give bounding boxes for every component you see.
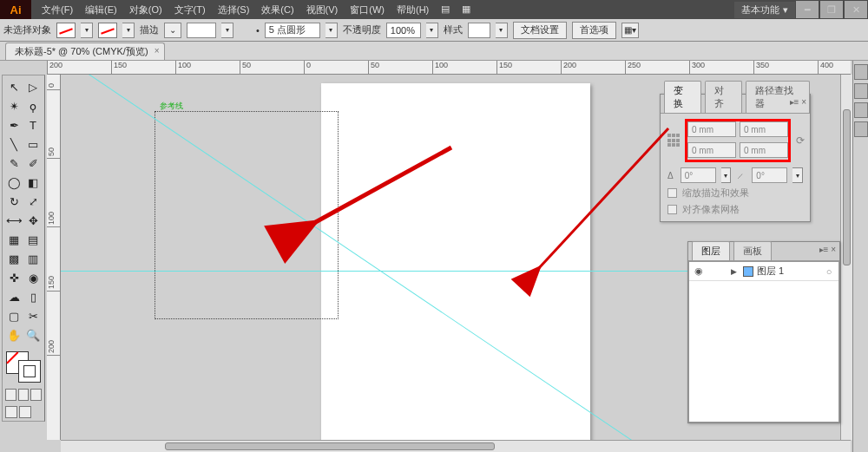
- rotate-menu[interactable]: ▾: [721, 167, 732, 183]
- mode-color[interactable]: [5, 389, 16, 401]
- expand-icon[interactable]: ▶: [727, 267, 740, 276]
- stroke-weight-down[interactable]: ⌄: [164, 23, 181, 38]
- layer-row[interactable]: ◉ ▶ 图层 1 ○: [689, 262, 838, 281]
- close-icon[interactable]: ×: [155, 46, 160, 56]
- tool-symbol[interactable]: ☁: [4, 287, 23, 306]
- w-input[interactable]: 0 mm: [740, 121, 788, 137]
- document-setup-button[interactable]: 文档设置: [513, 22, 567, 39]
- style-menu[interactable]: ▾: [496, 23, 508, 38]
- layer-name[interactable]: 图层 1: [757, 265, 819, 278]
- scroll-thumb[interactable]: [165, 442, 495, 450]
- menu-edit[interactable]: 编辑(E): [80, 1, 122, 19]
- fill-swatch[interactable]: [56, 23, 76, 38]
- tool-hand[interactable]: ✋: [4, 325, 23, 344]
- y-input[interactable]: 0 mm: [687, 142, 736, 158]
- close-button[interactable]: ✕: [845, 1, 867, 18]
- scrollbar-horizontal[interactable]: [61, 440, 851, 452]
- tool-persp[interactable]: ▤: [23, 230, 43, 249]
- tool-type[interactable]: T: [23, 115, 43, 134]
- dock-icon[interactable]: [854, 121, 868, 137]
- tool-line[interactable]: ╲: [4, 134, 23, 154]
- fill-stroke-indicator[interactable]: [4, 350, 43, 384]
- stroke-swatch-menu[interactable]: ▾: [122, 23, 135, 38]
- brush-input[interactable]: 5 点圆形: [265, 23, 320, 38]
- tool-blend[interactable]: ◉: [23, 268, 43, 287]
- tool-eyedrop[interactable]: ✜: [4, 268, 23, 287]
- shear-input[interactable]: 0°: [752, 167, 787, 183]
- tool-width[interactable]: ⟷: [4, 211, 23, 230]
- align-pixel-check[interactable]: 对齐像素网格: [667, 203, 803, 216]
- tool-blob[interactable]: ◯: [4, 173, 23, 192]
- ruler-vertical[interactable]: 0 50 100 150 200: [47, 75, 61, 440]
- tool-rect[interactable]: ▭: [23, 134, 43, 154]
- menu-help[interactable]: 帮助(H): [391, 1, 434, 19]
- stroke-weight-menu[interactable]: ▾: [221, 23, 233, 38]
- tool-selection[interactable]: ↖: [4, 77, 23, 96]
- ruler-horizontal[interactable]: 200 150 100 50 0 50 100 150 200 250 300 …: [47, 61, 851, 75]
- menu-effect[interactable]: 效果(C): [256, 1, 299, 19]
- tool-pen[interactable]: ✒: [4, 115, 23, 134]
- tool-direct[interactable]: ▷: [23, 77, 43, 96]
- tool-artboard[interactable]: ▢: [4, 306, 23, 325]
- doc-tab-active[interactable]: 未标题-5* @ 70% (CMYK/预览) ×: [5, 43, 165, 60]
- tab-align[interactable]: 对齐: [705, 81, 742, 113]
- dock-icon[interactable]: [854, 83, 868, 99]
- preferences-button[interactable]: 首选项: [572, 22, 616, 39]
- fill-swatch-menu[interactable]: ▾: [81, 23, 93, 38]
- menu-view[interactable]: 视图(V): [301, 1, 344, 19]
- target-icon[interactable]: ○: [819, 266, 838, 277]
- tool-gradient[interactable]: ▥: [23, 249, 43, 268]
- rotate-input[interactable]: 0°: [681, 167, 716, 183]
- stroke-weight-input[interactable]: [187, 23, 216, 38]
- screen-full[interactable]: [19, 406, 31, 418]
- tab-artboards[interactable]: 画板: [733, 241, 772, 260]
- menu-select[interactable]: 选择(S): [213, 1, 255, 19]
- tab-transform[interactable]: 变换: [664, 81, 701, 113]
- screen-normal[interactable]: [5, 406, 17, 418]
- shear-menu[interactable]: ▾: [792, 167, 803, 183]
- reference-point-grid[interactable]: [667, 134, 680, 147]
- tool-shape[interactable]: ▦: [4, 230, 23, 249]
- dock-icon[interactable]: [854, 102, 868, 118]
- mode-none[interactable]: [30, 389, 42, 401]
- scrollbar-vertical[interactable]: [840, 75, 852, 440]
- menu-file[interactable]: 文件(F): [36, 1, 78, 19]
- workspace-switcher[interactable]: 基本功能▾: [734, 2, 795, 18]
- mode-gradient[interactable]: [18, 389, 30, 401]
- tool-eraser[interactable]: ◧: [23, 173, 43, 192]
- brush-menu[interactable]: ▾: [326, 23, 338, 38]
- maximize-button[interactable]: ❐: [820, 1, 843, 18]
- scroll-thumb[interactable]: [843, 109, 851, 265]
- tool-lasso[interactable]: ϙ: [23, 96, 43, 115]
- tool-wand[interactable]: ✴: [4, 96, 23, 115]
- tool-mesh[interactable]: ▩: [4, 249, 23, 268]
- style-swatch[interactable]: [468, 23, 490, 38]
- scale-strokes-check[interactable]: 缩放描边和效果: [667, 187, 803, 200]
- menu-type[interactable]: 文字(T): [169, 1, 211, 19]
- opacity-menu[interactable]: ▾: [426, 23, 438, 38]
- tool-pencil[interactable]: ✐: [23, 154, 43, 173]
- stroke-swatch[interactable]: [98, 23, 117, 38]
- minimize-button[interactable]: ━: [796, 1, 819, 18]
- menu-extra-icon[interactable]: ▤: [436, 1, 455, 19]
- tool-brush[interactable]: ✎: [4, 154, 23, 173]
- menu-extra-icon2[interactable]: ▦: [457, 1, 476, 19]
- menu-window[interactable]: 窗口(W): [345, 1, 390, 19]
- opacity-input[interactable]: 100%: [386, 23, 421, 38]
- tab-layers[interactable]: 图层: [692, 241, 730, 260]
- visibility-icon[interactable]: ◉: [689, 265, 708, 277]
- h-input[interactable]: 0 mm: [740, 142, 788, 158]
- tool-rotate[interactable]: ↻: [4, 192, 23, 211]
- panel-menu-icon[interactable]: ▸≡ ×: [819, 245, 836, 254]
- panel-menu-icon[interactable]: ▸≡ ×: [790, 97, 806, 107]
- prefs-extra[interactable]: ▦▾: [621, 23, 639, 38]
- x-input[interactable]: 0 mm: [687, 121, 736, 137]
- tool-scale[interactable]: ⤢: [23, 192, 43, 211]
- dock-icon[interactable]: [854, 64, 868, 80]
- tool-slice[interactable]: ✂: [23, 306, 43, 325]
- tool-free[interactable]: ✥: [23, 211, 43, 230]
- menu-object[interactable]: 对象(O): [124, 1, 168, 19]
- link-wh-icon[interactable]: ⟳: [796, 134, 805, 147]
- tool-zoom[interactable]: 🔍: [23, 325, 43, 344]
- tool-graph[interactable]: ▯: [23, 287, 43, 306]
